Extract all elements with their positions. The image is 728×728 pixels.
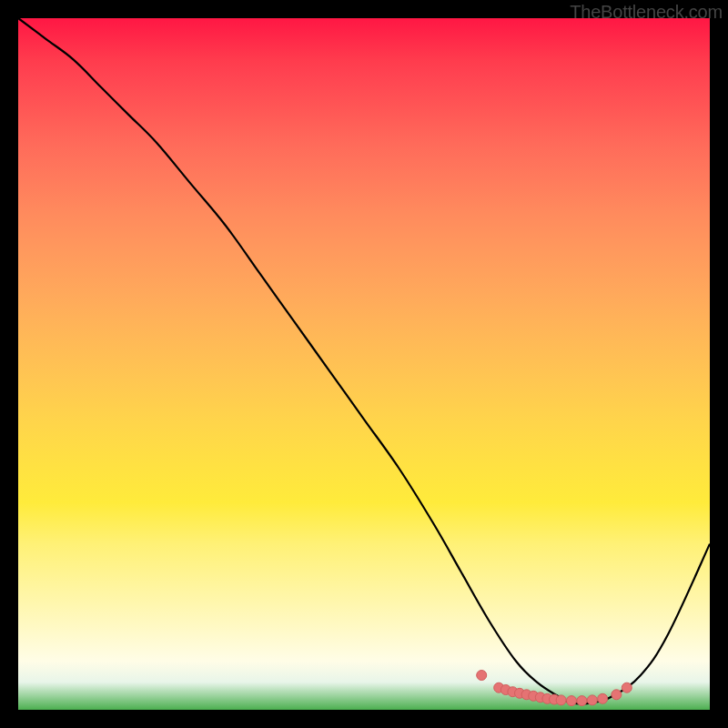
chart-svg xyxy=(18,18,710,710)
bottleneck-chart xyxy=(18,18,710,710)
optimal-dot xyxy=(556,695,566,705)
attribution-text: TheBottleneck.com xyxy=(570,2,723,23)
optimal-dot xyxy=(612,690,622,700)
optimal-dot xyxy=(577,696,587,706)
optimal-dot xyxy=(567,696,577,706)
bottleneck-curve-line xyxy=(18,18,710,703)
optimal-range-dots xyxy=(477,671,632,706)
optimal-dot xyxy=(598,693,608,703)
optimal-dot xyxy=(622,682,632,693)
optimal-dot xyxy=(477,671,487,681)
optimal-dot xyxy=(587,695,597,705)
